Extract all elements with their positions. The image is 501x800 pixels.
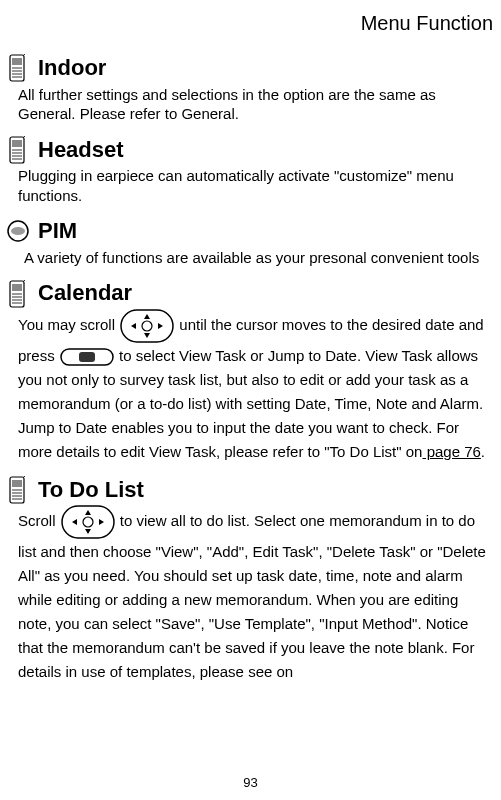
headset-body: Plugging in earpiece can automatically a…: [6, 166, 495, 205]
todolist-body: Scroll to view all to do list. Select on…: [6, 504, 495, 684]
pim-title: PIM: [38, 217, 77, 246]
phone-icon: [6, 136, 30, 164]
center-key-icon: [59, 347, 115, 367]
headset-section: Headset Plugging in earpiece can automat…: [6, 136, 495, 206]
page-number: 93: [0, 775, 501, 792]
indoor-body: All further settings and selections in t…: [6, 85, 495, 124]
calendar-text-1: You may scroll: [18, 316, 119, 333]
nav-key-icon: [60, 504, 116, 540]
circle-icon: [6, 219, 30, 243]
todolist-header: To Do List: [6, 476, 495, 505]
phone-icon: [6, 54, 30, 82]
svg-rect-17: [12, 284, 22, 291]
pim-section: PIM A variety of functions are available…: [6, 217, 495, 267]
svg-line-22: [24, 280, 26, 281]
svg-rect-8: [12, 140, 22, 147]
calendar-body: You may scroll until the cursor moves to…: [6, 308, 495, 464]
calendar-header: Calendar: [6, 279, 495, 308]
todolist-section: To Do List Scroll to view all to do list…: [6, 476, 495, 685]
svg-rect-30: [79, 352, 95, 362]
svg-rect-32: [12, 480, 22, 487]
indoor-title: Indoor: [38, 54, 106, 83]
pim-body: A variety of functions are available as …: [6, 248, 495, 268]
calendar-text-4: .: [481, 443, 485, 460]
indoor-header: Indoor: [6, 54, 495, 83]
svg-line-37: [24, 476, 26, 477]
svg-line-6: [24, 54, 26, 55]
headset-title: Headset: [38, 136, 124, 165]
pim-header: PIM: [6, 217, 495, 246]
svg-rect-1: [12, 58, 22, 65]
todolist-title: To Do List: [38, 476, 144, 505]
svg-line-13: [24, 136, 26, 137]
calendar-title: Calendar: [38, 279, 132, 308]
page-header: Menu Function: [6, 10, 495, 36]
calendar-section: Calendar You may scroll until the cursor…: [6, 279, 495, 464]
nav-key-icon: [119, 308, 175, 344]
page-76-link[interactable]: page 76: [422, 443, 480, 460]
phone-icon: [6, 280, 30, 308]
phone-icon: [6, 476, 30, 504]
todolist-text-1: Scroll: [18, 512, 60, 529]
headset-header: Headset: [6, 136, 495, 165]
svg-point-15: [11, 227, 25, 235]
indoor-section: Indoor All further settings and selectio…: [6, 54, 495, 124]
